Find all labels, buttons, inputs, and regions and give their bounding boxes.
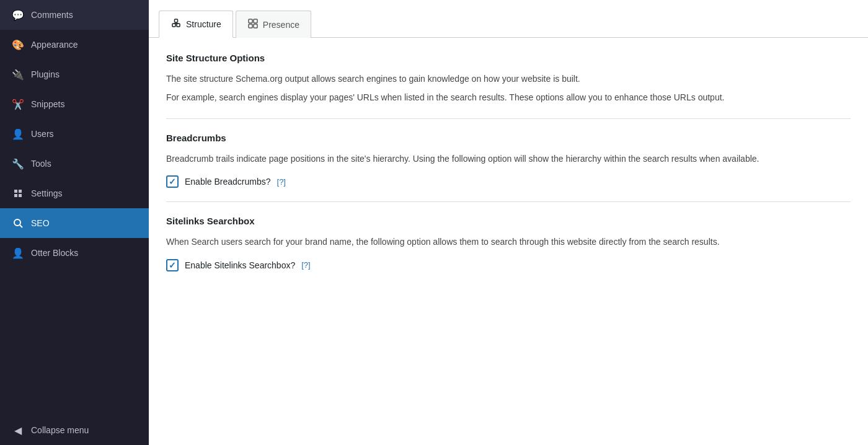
tab-structure[interactable]: Structure bbox=[159, 11, 233, 38]
collapse-label: Collapse menu bbox=[31, 425, 89, 435]
divider-1 bbox=[166, 118, 851, 119]
breadcrumbs-section: Breadcrumbs Breadcrumb trails indicate p… bbox=[166, 133, 851, 188]
tab-presence[interactable]: Presence bbox=[236, 11, 311, 38]
breadcrumbs-help-link[interactable]: [?] bbox=[277, 177, 286, 187]
sitelinks-help-link[interactable]: [?] bbox=[301, 260, 310, 270]
sitelinks-checkbox-row: ✓ Enable Sitelinks Searchbox? [?] bbox=[166, 259, 851, 271]
sidebar-label-tools: Tools bbox=[31, 159, 51, 169]
svg-rect-12 bbox=[249, 19, 252, 23]
svg-point-4 bbox=[14, 219, 20, 226]
otter-blocks-icon: 👤 bbox=[11, 246, 25, 260]
sidebar-item-snippets[interactable]: ✂️ Snippets bbox=[0, 89, 149, 119]
svg-rect-3 bbox=[19, 194, 22, 197]
sidebar-label-settings: Settings bbox=[31, 188, 63, 198]
sitelinks-section: Sitelinks Searchbox When Search users se… bbox=[166, 216, 851, 271]
structure-tab-icon bbox=[170, 17, 182, 31]
site-structure-desc2: For example, search engines display your… bbox=[166, 90, 851, 104]
snippets-icon: ✂️ bbox=[11, 97, 25, 111]
sitelinks-checkbox-label: Enable Sitelinks Searchbox? bbox=[185, 260, 295, 270]
svg-line-5 bbox=[20, 225, 22, 227]
tools-icon: 🔧 bbox=[11, 157, 25, 170]
plugins-icon: 🔌 bbox=[11, 68, 25, 81]
tab-structure-label: Structure bbox=[186, 19, 221, 29]
site-structure-desc1: The site structure Schema.org output all… bbox=[166, 72, 851, 86]
breadcrumbs-checkbox-label: Enable Breadcrumbs? bbox=[185, 177, 271, 187]
svg-rect-13 bbox=[254, 19, 257, 23]
sidebar-item-plugins[interactable]: 🔌 Plugins bbox=[0, 59, 149, 89]
sitelinks-desc: When Search users search for your brand … bbox=[166, 235, 851, 249]
breadcrumbs-desc: Breadcrumb trails indicate page position… bbox=[166, 152, 851, 165]
seo-icon bbox=[11, 216, 25, 230]
appearance-icon: 🎨 bbox=[11, 38, 25, 51]
svg-rect-15 bbox=[254, 24, 257, 28]
svg-rect-1 bbox=[19, 190, 22, 193]
sidebar-label-snippets: Snippets bbox=[31, 99, 64, 109]
sidebar-item-comments[interactable]: 💬 Comments bbox=[0, 0, 149, 30]
sidebar-item-tools[interactable]: 🔧 Tools bbox=[0, 149, 149, 178]
content-area: Site Structure Options The site structur… bbox=[149, 38, 868, 286]
breadcrumbs-title: Breadcrumbs bbox=[166, 133, 851, 143]
svg-rect-2 bbox=[14, 194, 17, 197]
svg-rect-14 bbox=[249, 24, 252, 28]
sidebar-label-comments: Comments bbox=[31, 10, 73, 20]
svg-rect-0 bbox=[14, 190, 17, 193]
breadcrumbs-checkbox-row: ✓ Enable Breadcrumbs? [?] bbox=[166, 175, 851, 188]
site-structure-section: Site Structure Options The site structur… bbox=[166, 53, 851, 105]
sidebar-label-appearance: Appearance bbox=[31, 40, 78, 50]
breadcrumbs-checkmark: ✓ bbox=[169, 177, 176, 186]
sidebar-item-otter-blocks[interactable]: 👤 Otter Blocks bbox=[0, 238, 149, 268]
sidebar-label-seo: SEO bbox=[31, 218, 50, 228]
comments-icon: 💬 bbox=[11, 8, 25, 22]
svg-rect-8 bbox=[175, 19, 178, 22]
sitelinks-checkmark: ✓ bbox=[169, 261, 176, 270]
presence-tab-icon bbox=[247, 18, 259, 32]
sidebar: 💬 Comments 🎨 Appearance 🔌 Plugins ✂️ Sni… bbox=[0, 0, 149, 445]
site-structure-title: Site Structure Options bbox=[166, 53, 851, 63]
sidebar-label-users: Users bbox=[31, 129, 54, 139]
tab-presence-label: Presence bbox=[263, 20, 299, 30]
sitelinks-checkbox[interactable]: ✓ bbox=[166, 259, 179, 271]
main-content: Structure Presence Site Structure Option… bbox=[149, 0, 868, 445]
users-icon: 👤 bbox=[11, 127, 25, 141]
divider-2 bbox=[166, 201, 851, 202]
settings-icon bbox=[11, 187, 25, 200]
collapse-icon: ◀ bbox=[11, 423, 25, 437]
sitelinks-title: Sitelinks Searchbox bbox=[166, 216, 851, 226]
collapse-menu[interactable]: ◀ Collapse menu bbox=[0, 415, 149, 445]
sidebar-item-settings[interactable]: Settings bbox=[0, 178, 149, 208]
tabs-bar: Structure Presence bbox=[149, 0, 868, 38]
sidebar-label-plugins: Plugins bbox=[31, 69, 60, 79]
sidebar-label-otter-blocks: Otter Blocks bbox=[31, 248, 78, 258]
breadcrumbs-checkbox[interactable]: ✓ bbox=[166, 175, 179, 188]
sidebar-item-appearance[interactable]: 🎨 Appearance bbox=[0, 30, 149, 59]
sidebar-item-seo[interactable]: SEO bbox=[0, 208, 149, 238]
sidebar-item-users[interactable]: 👤 Users bbox=[0, 119, 149, 149]
